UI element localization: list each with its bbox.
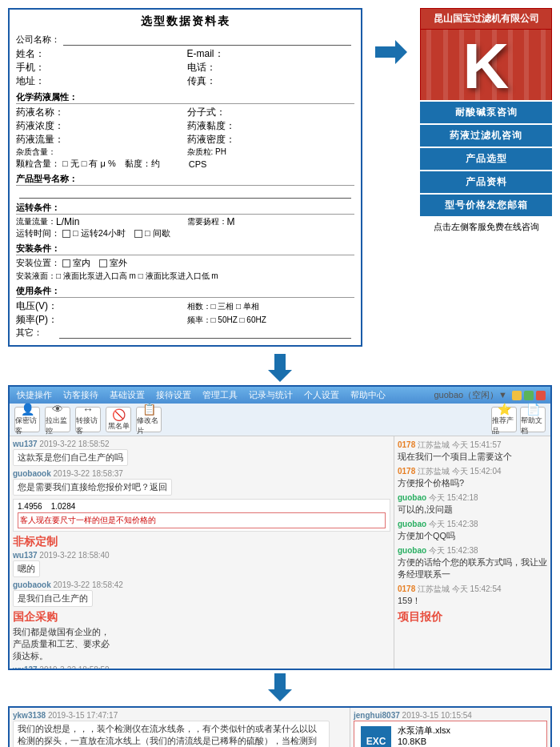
menu-record[interactable]: 记录与统计 xyxy=(246,388,295,402)
right-bubble-3: 方便加个QQ吗 xyxy=(398,530,547,542)
msg-meta-4: wu137 2019-3-22 18:58:50 xyxy=(13,665,390,669)
visc-label: 药液黏度： xyxy=(187,119,235,133)
right-time-0: 今天 15:41:57 xyxy=(452,440,502,449)
menu-manage[interactable]: 管理工具 xyxy=(200,388,240,402)
blacklist-icon: 🚫 xyxy=(112,408,126,421)
phase-label: 相数：□ 三相 □ 单相 xyxy=(187,301,259,312)
power-half: 频率(P)： xyxy=(16,313,184,327)
conc-half: 药液浓度： xyxy=(16,119,184,133)
form-title: 选型数据资料表 xyxy=(16,14,354,29)
file-icon: EXC xyxy=(361,726,391,747)
state-purchase-section: 国企采购 我们都是做国有企业的， 产品质量和工艺、要求必 须达标。 xyxy=(13,610,390,662)
arrow-down-1 xyxy=(0,354,560,382)
right-meta-2: guobao 今天 15:42:18 xyxy=(398,492,547,504)
company-field[interactable] xyxy=(63,34,351,46)
msg-bubble-3: 是我们自己生产的 xyxy=(13,590,93,607)
cont24-checkbox[interactable] xyxy=(62,230,70,238)
menu-btn-4[interactable]: 型号价格发您邮箱 xyxy=(420,195,552,216)
toolbar-btn-doc[interactable]: 📄 帮助文档 xyxy=(520,407,546,432)
cont24-label: □ 运转24小时 xyxy=(73,227,126,239)
lmin-label: L/Min xyxy=(56,216,79,227)
svg-marker-0 xyxy=(375,40,407,64)
right-bubble-1: 方便报个价格吗? xyxy=(398,477,547,489)
menu-quick[interactable]: 快捷操作 xyxy=(14,388,54,402)
msg-bubble-1: 您是需要我们直接给您报价对吧？返回 xyxy=(13,479,172,496)
bottom-left-panel: ykw3138 2019-3-15 17:47:17 我们的设想是，，，装个检测… xyxy=(10,708,350,747)
msg-item-3: guobaook 2019-3-22 18:58:42 是我们自己生产的 xyxy=(13,580,390,607)
contact-label: 姓名： xyxy=(16,47,45,61)
minimize-btn[interactable] xyxy=(512,391,522,400)
arrow-right-container xyxy=(370,40,412,64)
mol-label: 分子式： xyxy=(187,106,226,119)
toolbar-btn-transfer[interactable]: ↔ 转接访客 xyxy=(75,407,101,432)
toolbar-btn-blacklist[interactable]: 🚫 黑名单 xyxy=(106,407,131,432)
msg-name-0: wu137 xyxy=(13,440,38,448)
bottom-bubble-0: 我们的设想是，，，装个检测仪在流水线条，，有个类似针的或者某什么以以检测的探头，… xyxy=(13,721,330,747)
company-name: 昆山国宝过滤机有限公司 xyxy=(426,12,546,26)
intermit-checkbox[interactable] xyxy=(134,230,142,238)
menu-btn-2[interactable]: 产品选型 xyxy=(420,148,552,170)
right-msg-4: guobao 今天 15:42:38 方便的话给个您的联系方式吗，我让业务经理联… xyxy=(398,545,547,580)
menu-basic[interactable]: 基础设置 xyxy=(107,388,147,402)
msg-name-1: guobaook xyxy=(13,469,51,478)
outdoor-checkbox[interactable] xyxy=(99,259,107,267)
impurity-label: 杂质含量： xyxy=(16,147,56,158)
top-section: 选型数据资料表 公司名称： 姓名： E-mail： 手机： 电话： xyxy=(0,0,560,351)
menu-visit[interactable]: 访客接待 xyxy=(61,388,101,402)
down-arrow-icon-2 xyxy=(268,673,292,701)
card-icon: 📋 xyxy=(142,403,156,416)
state-purchase-label: 国企采购 xyxy=(13,610,390,625)
maximize-btn[interactable] xyxy=(524,391,534,400)
msg-item-0: wu137 2019-3-22 18:58:52 这款泵是您们自己生产的吗 xyxy=(13,440,390,466)
toolbar-btn-privacy[interactable]: 👤 保密访客 xyxy=(14,407,40,432)
voltage-phase-row: 电压(V)： 相数：□ 三相 □ 单相 xyxy=(16,299,354,313)
close-btn[interactable] xyxy=(536,391,546,400)
transfer-icon: ↔ xyxy=(82,403,94,416)
right-msg-5: 0178 江苏盐城 今天 15:42:54 159！ xyxy=(398,584,547,607)
toolbar-btn-card[interactable]: 📋 修改名片 xyxy=(136,407,162,432)
price-highlight: 客人现在要尺寸一样的但是不知价格的 xyxy=(18,512,386,528)
product-field-row xyxy=(16,187,354,199)
fax-label: 传真： xyxy=(187,74,216,88)
other-field[interactable] xyxy=(59,327,351,339)
intermit-label: □ 间歇 xyxy=(145,227,170,239)
msg-list-right[interactable]: 0178 江苏盐城 今天 15:41:57 现在我们一个项目上需要这个 0178… xyxy=(394,436,550,669)
bottom-meta-0: ykw3138 2019-3-15 17:47:17 xyxy=(13,711,346,720)
menu-btn-0[interactable]: 耐酸碱泵咨询 xyxy=(420,102,552,123)
svg-marker-1 xyxy=(268,354,292,382)
arrow-down-2 xyxy=(0,673,560,701)
product-name-field[interactable] xyxy=(19,187,351,199)
contact-email-row: 姓名： E-mail： xyxy=(16,47,354,61)
bottom-time-0: 2019-3-15 17:47:17 xyxy=(48,711,118,720)
msg-name-2: wu137 xyxy=(13,551,38,560)
addr-fax-row: 地址： 传真： xyxy=(16,74,354,88)
file-info: 水泵清单.xlsx 10.8KB 预览 打开文件夹 xyxy=(398,725,466,747)
msg-item-2: wu137 2019-3-22 18:58:40 嗯的 xyxy=(13,551,390,577)
cps-label: CPS xyxy=(189,159,207,169)
price-values: 1.4956 1.0284 xyxy=(18,502,386,511)
indoor-checkbox[interactable] xyxy=(62,259,70,267)
right-name-0: 0178 xyxy=(398,440,415,449)
msg-list-left[interactable]: wu137 2019-3-22 18:58:52 这款泵是您们自己生产的吗 gu… xyxy=(10,436,394,669)
menu-help[interactable]: 帮助中心 xyxy=(348,388,388,402)
phone-label: 手机： xyxy=(16,61,45,74)
menu-reception[interactable]: 接待设置 xyxy=(154,388,194,402)
toolbar-btn-monitor[interactable]: 👁 拉出监控 xyxy=(45,407,70,432)
menu-btn-1[interactable]: 药液过滤机咨询 xyxy=(420,125,552,147)
power-hz-row: 频率(P)： 频率：□ 50HZ □ 60HZ xyxy=(16,313,354,327)
right-msg-1: 0178 江苏盐城 今天 15:42:04 方便报个价格吗? xyxy=(398,466,547,489)
toolbar-btn-recommend[interactable]: ⭐ 推荐产品 xyxy=(491,407,517,432)
menu-personal[interactable]: 个人设置 xyxy=(302,388,342,402)
project-quote-label: 项目报价 xyxy=(398,610,547,625)
msg-name-4: wu137 xyxy=(13,665,38,669)
right-msg-3: guobao 今天 15:42:38 方便加个QQ吗 xyxy=(398,519,547,542)
right-name-1: 0178 xyxy=(398,467,415,476)
bottom-msg-0: ykw3138 2019-3-15 17:47:17 我们的设想是，，，装个检测… xyxy=(13,711,346,747)
menu-btn-3[interactable]: 产品资料 xyxy=(420,171,552,193)
file-name: 水泵清单.xlsx xyxy=(398,725,466,737)
bottom-right-panel: jenghui8037 2019-3-15 10:15:54 EXC 水泵清单.… xyxy=(350,708,550,747)
chat-section: 快捷操作 访客接待 基础设置 接待设置 管理工具 记录与统计 个人设置 帮助中心… xyxy=(8,385,552,670)
state-text: 我们都是做国有企业的， 产品质量和工艺、要求必 须达标。 xyxy=(13,626,390,662)
bottom-chat-section: ykw3138 2019-3-15 17:47:17 我们的设想是，，，装个检测… xyxy=(8,706,552,747)
msg-meta-0: wu137 2019-3-22 18:58:52 xyxy=(13,440,390,448)
